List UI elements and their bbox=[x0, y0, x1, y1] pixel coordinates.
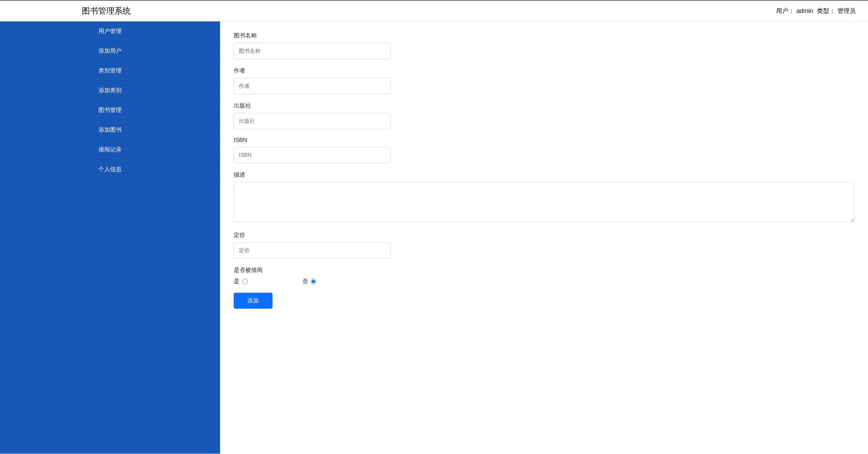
author-input[interactable] bbox=[234, 78, 390, 94]
book-name-input[interactable] bbox=[234, 43, 390, 59]
type-value: 管理员 bbox=[837, 7, 856, 14]
book-name-label: 图书名称 bbox=[234, 32, 854, 39]
isbn-input[interactable] bbox=[234, 147, 390, 163]
isbn-label: ISBN bbox=[234, 137, 854, 144]
user-label: 用户： bbox=[776, 7, 794, 14]
submit-button[interactable]: 添加 bbox=[234, 293, 273, 309]
sidebar-item-user-mgmt[interactable]: 用户管理 bbox=[0, 21, 220, 41]
description-label: 描述 bbox=[234, 171, 854, 179]
publisher-input[interactable] bbox=[234, 113, 390, 129]
sidebar-item-add-category[interactable]: 添加类别 bbox=[0, 81, 220, 100]
borrowed-radio-group: 是 否 bbox=[234, 277, 854, 285]
author-label: 作者 bbox=[234, 67, 854, 75]
sidebar-item-borrow-record[interactable]: 借阅记录 bbox=[0, 140, 220, 160]
sidebar-item-book-mgmt[interactable]: 图书管理 bbox=[0, 100, 220, 120]
borrowed-yes-label: 是 bbox=[234, 277, 239, 285]
price-input[interactable] bbox=[234, 242, 390, 259]
main-content: 图书名称 作者 出版社 ISBN 描述 定价 是否被借阅 是 bbox=[220, 21, 868, 454]
borrowed-yes-radio[interactable] bbox=[242, 279, 248, 284]
description-textarea[interactable] bbox=[234, 182, 854, 222]
borrowed-label: 是否被借阅 bbox=[234, 266, 854, 274]
sidebar-item-profile[interactable]: 个人信息 bbox=[0, 160, 220, 179]
user-value: admin bbox=[796, 7, 813, 14]
borrowed-no-radio[interactable] bbox=[311, 279, 316, 284]
sidebar-item-add-book[interactable]: 添加图书 bbox=[0, 120, 220, 140]
header: 图书管理系统 用户：admin 类型：管理员 bbox=[0, 0, 868, 21]
borrowed-yes-option[interactable]: 是 bbox=[234, 277, 248, 285]
type-label: 类型： bbox=[817, 7, 835, 14]
borrowed-no-label: 否 bbox=[302, 277, 308, 285]
sidebar-item-category-mgmt[interactable]: 类别管理 bbox=[0, 61, 220, 81]
header-user-info: 用户：admin 类型：管理员 bbox=[776, 7, 858, 15]
app-title: 图书管理系统 bbox=[82, 5, 131, 16]
publisher-label: 出版社 bbox=[234, 102, 854, 110]
borrowed-no-option[interactable]: 否 bbox=[302, 277, 316, 285]
sidebar: 用户管理 添加用户 类别管理 添加类别 图书管理 添加图书 借阅记录 个人信息 bbox=[0, 21, 220, 454]
sidebar-item-add-user[interactable]: 添加用户 bbox=[0, 41, 220, 61]
price-label: 定价 bbox=[234, 231, 854, 239]
